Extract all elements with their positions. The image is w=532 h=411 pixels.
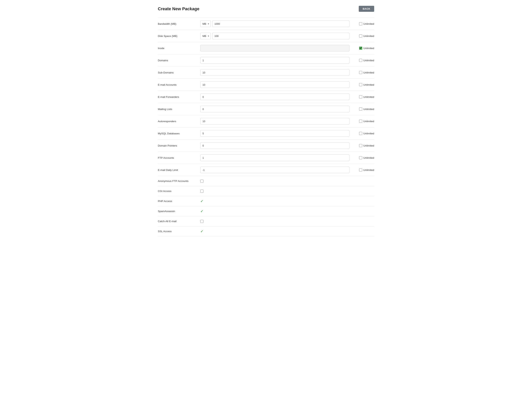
input-email_forwarders[interactable] [200,94,350,100]
control-cgi_access [200,190,374,193]
checkbox-cgi_access[interactable] [200,190,203,193]
form-row-autoresponders: AutorespondersUnlimited [158,115,374,127]
input-email_daily_limit[interactable] [200,167,350,173]
unlimited-label-ftp_accounts[interactable]: Unlimited [363,157,374,159]
unlimited-label-email_accounts[interactable]: Unlimited [363,83,374,86]
unit-select-bandwidth[interactable]: MBGB [200,21,211,27]
unlimited-checkbox-bandwidth[interactable] [359,22,362,25]
checked-indicator-php_access[interactable]: ✓ [200,199,203,203]
form-row-domain_pointers: Domain PointersUnlimited [158,140,374,152]
form-row-email_forwarders: E-mail ForwardersUnlimited [158,91,374,103]
checkbox-wrapper-anonymous_ftp [200,180,203,183]
label-domain_pointers: Domain Pointers [158,144,200,147]
label-ssl_access: SSL Access [158,230,200,233]
input-autoresponders[interactable] [200,118,350,125]
unit-select-wrapper-bandwidth: MBGB▼ [200,20,211,27]
input-ftp_accounts[interactable] [200,155,350,161]
form-row-spamassassin: SpamAssassin✓ [158,206,374,216]
unlimited-wrapper-mysql_databases: Unlimited [351,132,374,135]
unlimited-checkbox-domain_pointers[interactable] [359,144,362,147]
checkbox-wrapper-ssl_access: ✓ [200,229,203,234]
form-row-disk_space: Disk Space (MB)MBGB▼Unlimited [158,30,374,42]
unlimited-checkbox-email_forwarders[interactable] [359,95,362,98]
control-subdomains: Unlimited [200,69,374,76]
checkbox-anonymous_ftp[interactable] [200,180,203,183]
control-catch_all_email [200,220,374,223]
label-email_accounts: E-mail Accounts [158,83,200,86]
input-bandwidth[interactable] [212,20,350,27]
checkbox-wrapper-catch_all_email [200,220,203,223]
control-domain_pointers: Unlimited [200,142,374,149]
page-header: Create New Package BACK [158,6,374,12]
label-subdomains: Sub-Domains [158,71,200,74]
unlimited-wrapper-ftp_accounts: Unlimited [351,156,374,159]
control-anonymous_ftp [200,180,374,183]
label-email_forwarders: E-mail Forwarders [158,96,200,98]
checkbox-catch_all_email[interactable] [200,220,203,223]
unlimited-wrapper-disk_space: Unlimited [351,34,374,38]
form-row-ftp_accounts: FTP AccountsUnlimited [158,152,374,164]
control-php_access: ✓ [200,199,374,203]
label-mailing_lists: Mailing Lists [158,108,200,111]
unlimited-label-mailing_lists[interactable]: Unlimited [363,108,374,111]
input-mailing_lists[interactable] [200,106,350,112]
label-domains: Domains [158,59,200,62]
form-row-email_accounts: E-mail AccountsUnlimited [158,79,374,91]
unlimited-label-bandwidth[interactable]: Unlimited [363,22,374,25]
unlimited-checkbox-ftp_accounts[interactable] [359,156,362,159]
checkbox-wrapper-php_access: ✓ [200,199,203,203]
control-ftp_accounts: Unlimited [200,155,374,161]
unlimited-checkbox-autoresponders[interactable] [359,120,362,123]
unlimited-label-email_forwarders[interactable]: Unlimited [363,96,374,98]
control-disk_space: MBGB▼Unlimited [200,33,374,39]
unlimited-checkbox-disk_space[interactable] [359,34,362,38]
unlimited-label-inode[interactable]: Unlimited [363,47,374,50]
input-mysql_databases[interactable] [200,130,350,137]
unlimited-label-domain_pointers[interactable]: Unlimited [363,144,374,147]
unlimited-wrapper-domains: Unlimited [351,59,374,62]
unlimited-checkbox-mysql_databases[interactable] [359,132,362,135]
back-button[interactable]: BACK [359,6,374,12]
unlimited-label-subdomains[interactable]: Unlimited [363,71,374,74]
label-catch_all_email: Catch-All E-mail [158,220,200,223]
label-bandwidth: Bandwidth (MB) [158,22,200,25]
unlimited-label-domains[interactable]: Unlimited [363,59,374,62]
control-email_forwarders: Unlimited [200,94,374,100]
input-email_accounts[interactable] [200,81,350,88]
checked-indicator-spamassassin[interactable]: ✓ [200,209,203,214]
checked-indicator-ssl_access[interactable]: ✓ [200,229,203,234]
page-title: Create New Package [158,6,199,11]
form-row-php_access: PHP Access✓ [158,196,374,206]
control-spamassassin: ✓ [200,209,374,214]
unlimited-checkbox-email_daily_limit[interactable] [359,168,362,171]
label-disk_space: Disk Space (MB) [158,35,200,38]
form-row-email_daily_limit: E-mail Daily LimitUnlimited [158,164,374,176]
unlimited-label-mysql_databases[interactable]: Unlimited [363,132,374,135]
unlimited-checkbox-subdomains[interactable] [359,71,362,74]
form-row-inode: InodeUnlimited [158,42,374,54]
form-row-ssl_access: SSL Access✓ [158,226,374,236]
unlimited-checkbox-domains[interactable] [359,59,362,62]
unlimited-label-disk_space[interactable]: Unlimited [363,35,374,38]
input-domains[interactable] [200,57,350,64]
page-container: Create New Package BACK Bandwidth (MB)MB… [150,0,382,242]
unlimited-label-email_daily_limit[interactable]: Unlimited [363,169,374,171]
label-mysql_databases: MySQL Databases [158,132,200,135]
input-domain_pointers[interactable] [200,142,350,149]
form-rows: Bandwidth (MB)MBGB▼UnlimitedDisk Space (… [158,18,374,236]
unlimited-wrapper-domain_pointers: Unlimited [351,144,374,147]
form-row-anonymous_ftp: Anonymous FTP Accounts [158,176,374,186]
control-inode: Unlimited [200,45,374,51]
unit-select-disk_space[interactable]: MBGB [200,33,211,39]
input-subdomains[interactable] [200,69,350,76]
unlimited-label-autoresponders[interactable]: Unlimited [363,120,374,123]
label-cgi_access: CGI Access [158,190,200,193]
checkbox-wrapper-cgi_access [200,190,203,193]
form-row-mysql_databases: MySQL DatabasesUnlimited [158,127,374,140]
control-mailing_lists: Unlimited [200,106,374,112]
input-disk_space[interactable] [212,33,350,39]
unlimited-checkbox-mailing_lists[interactable] [359,108,362,111]
checkbox-wrapper-spamassassin: ✓ [200,209,203,214]
unlimited-checkbox-inode[interactable] [359,47,362,50]
unlimited-checkbox-email_accounts[interactable] [359,83,362,86]
